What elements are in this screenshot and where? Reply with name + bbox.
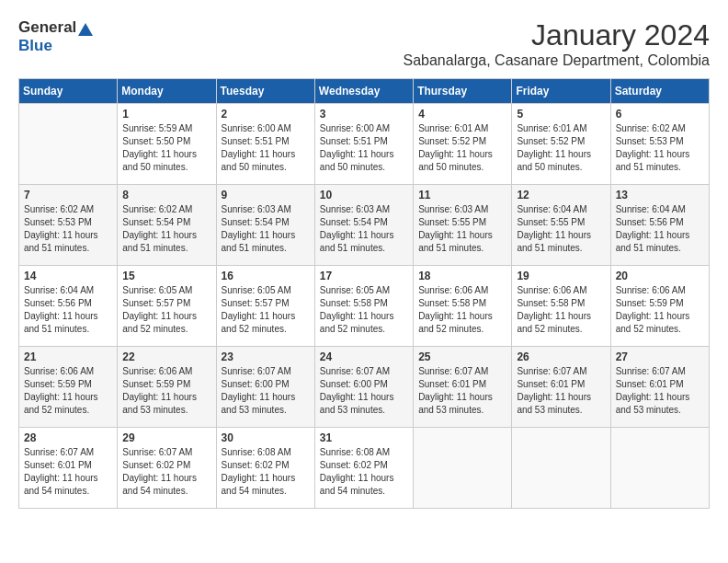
day-info: Sunrise: 6:05 AMSunset: 5:58 PMDaylight:… [320,285,394,334]
day-number: 19 [517,270,605,282]
calendar-cell: 10 Sunrise: 6:03 AMSunset: 5:54 PMDaylig… [314,185,413,266]
day-info: Sunrise: 6:02 AMSunset: 5:53 PMDaylight:… [24,204,98,253]
calendar-cell [19,104,118,185]
calendar-cell: 7 Sunrise: 6:02 AMSunset: 5:53 PMDayligh… [19,185,118,266]
day-number: 11 [418,189,506,201]
day-info: Sunrise: 6:00 AMSunset: 5:51 PMDaylight:… [222,123,296,172]
day-number: 4 [418,108,506,121]
day-number: 9 [222,189,310,201]
logo-general: General [18,18,76,36]
weekday-header-friday: Friday [512,79,610,104]
day-number: 18 [418,270,506,282]
day-number: 24 [320,350,408,363]
day-number: 21 [24,350,112,363]
subtitle: Sabanalarga, Casanare Department, Colomb… [403,52,710,69]
day-info: Sunrise: 6:06 AMSunset: 5:59 PMDaylight:… [616,285,690,334]
day-info: Sunrise: 6:07 AMSunset: 6:00 PMDaylight:… [320,366,394,415]
calendar-cell: 16 Sunrise: 6:05 AMSunset: 5:57 PMDaylig… [216,266,314,347]
day-number: 20 [616,270,704,282]
logo-triangle-icon [78,23,93,36]
day-info: Sunrise: 6:07 AMSunset: 6:00 PMDaylight:… [222,366,296,415]
day-info: Sunrise: 6:07 AMSunset: 6:01 PMDaylight:… [616,366,690,415]
day-number: 22 [122,350,210,363]
day-number: 14 [24,270,112,282]
day-info: Sunrise: 6:02 AMSunset: 5:54 PMDaylight:… [122,204,197,253]
calendar-cell: 31 Sunrise: 6:08 AMSunset: 6:02 PMDaylig… [314,428,413,509]
calendar-cell [512,428,610,509]
day-info: Sunrise: 6:01 AMSunset: 5:52 PMDaylight:… [517,123,591,172]
day-info: Sunrise: 6:07 AMSunset: 6:01 PMDaylight:… [24,447,98,496]
weekday-header-saturday: Saturday [610,79,709,104]
calendar-cell: 19 Sunrise: 6:06 AMSunset: 5:58 PMDaylig… [512,266,610,347]
day-info: Sunrise: 6:08 AMSunset: 6:02 PMDaylight:… [320,447,394,496]
calendar-cell: 28 Sunrise: 6:07 AMSunset: 6:01 PMDaylig… [19,428,118,509]
day-info: Sunrise: 6:06 AMSunset: 5:58 PMDaylight:… [517,285,591,334]
calendar-cell: 4 Sunrise: 6:01 AMSunset: 5:52 PMDayligh… [414,104,512,185]
calendar-cell: 25 Sunrise: 6:07 AMSunset: 6:01 PMDaylig… [414,347,512,428]
day-number: 5 [517,108,605,121]
month-title: January 2024 [403,18,710,52]
day-number: 31 [320,431,408,444]
calendar-cell: 24 Sunrise: 6:07 AMSunset: 6:00 PMDaylig… [314,347,413,428]
day-number: 26 [517,350,605,363]
calendar-cell: 12 Sunrise: 6:04 AMSunset: 5:55 PMDaylig… [512,185,610,266]
day-info: Sunrise: 6:08 AMSunset: 6:02 PMDaylight:… [222,447,296,496]
day-number: 16 [222,270,310,282]
day-info: Sunrise: 6:05 AMSunset: 5:57 PMDaylight:… [222,285,296,334]
day-info: Sunrise: 6:04 AMSunset: 5:56 PMDaylight:… [24,285,98,334]
calendar-cell: 27 Sunrise: 6:07 AMSunset: 6:01 PMDaylig… [610,347,709,428]
weekday-header-monday: Monday [118,79,216,104]
calendar-cell: 14 Sunrise: 6:04 AMSunset: 5:56 PMDaylig… [19,266,118,347]
calendar-cell: 17 Sunrise: 6:05 AMSunset: 5:58 PMDaylig… [314,266,413,347]
calendar-cell: 23 Sunrise: 6:07 AMSunset: 6:00 PMDaylig… [216,347,314,428]
header: General Blue January 2024 Sabanalarga, C… [18,18,710,69]
calendar-cell: 26 Sunrise: 6:07 AMSunset: 6:01 PMDaylig… [512,347,610,428]
day-info: Sunrise: 6:04 AMSunset: 5:56 PMDaylight:… [616,204,690,253]
day-info: Sunrise: 6:06 AMSunset: 5:59 PMDaylight:… [24,366,98,415]
weekday-header-wednesday: Wednesday [314,79,413,104]
weekday-header-tuesday: Tuesday [216,79,314,104]
weekday-header-sunday: Sunday [19,79,118,104]
calendar-cell: 5 Sunrise: 6:01 AMSunset: 5:52 PMDayligh… [512,104,610,185]
calendar-cell: 15 Sunrise: 6:05 AMSunset: 5:57 PMDaylig… [118,266,216,347]
day-number: 6 [616,108,704,121]
weekday-header-thursday: Thursday [414,79,512,104]
calendar-cell: 21 Sunrise: 6:06 AMSunset: 5:59 PMDaylig… [19,347,118,428]
calendar-cell: 8 Sunrise: 6:02 AMSunset: 5:54 PMDayligh… [118,185,216,266]
day-info: Sunrise: 6:06 AMSunset: 5:58 PMDaylight:… [418,285,493,334]
day-info: Sunrise: 6:03 AMSunset: 5:54 PMDaylight:… [222,204,296,253]
day-number: 3 [320,108,408,121]
day-info: Sunrise: 6:07 AMSunset: 6:01 PMDaylight:… [418,366,493,415]
day-info: Sunrise: 6:01 AMSunset: 5:52 PMDaylight:… [418,123,493,172]
day-number: 15 [122,270,210,282]
calendar-cell: 29 Sunrise: 6:07 AMSunset: 6:02 PMDaylig… [118,428,216,509]
day-info: Sunrise: 5:59 AMSunset: 5:50 PMDaylight:… [122,123,197,172]
calendar-cell: 1 Sunrise: 5:59 AMSunset: 5:50 PMDayligh… [118,104,216,185]
logo: General Blue [18,18,93,55]
day-number: 7 [24,189,112,201]
day-number: 25 [418,350,506,363]
calendar-cell: 13 Sunrise: 6:04 AMSunset: 5:56 PMDaylig… [610,185,709,266]
day-number: 8 [122,189,210,201]
day-info: Sunrise: 6:00 AMSunset: 5:51 PMDaylight:… [320,123,394,172]
day-number: 13 [616,189,704,201]
day-number: 1 [122,108,210,121]
day-number: 12 [517,189,605,201]
calendar-cell: 11 Sunrise: 6:03 AMSunset: 5:55 PMDaylig… [414,185,512,266]
day-info: Sunrise: 6:02 AMSunset: 5:53 PMDaylight:… [616,123,690,172]
day-number: 27 [616,350,704,363]
day-info: Sunrise: 6:07 AMSunset: 6:02 PMDaylight:… [122,447,197,496]
calendar-cell: 18 Sunrise: 6:06 AMSunset: 5:58 PMDaylig… [414,266,512,347]
day-info: Sunrise: 6:03 AMSunset: 5:55 PMDaylight:… [418,204,493,253]
calendar-cell: 20 Sunrise: 6:06 AMSunset: 5:59 PMDaylig… [610,266,709,347]
day-number: 30 [222,431,310,444]
calendar-cell: 6 Sunrise: 6:02 AMSunset: 5:53 PMDayligh… [610,104,709,185]
day-number: 2 [222,108,310,121]
logo-blue: Blue [18,37,52,54]
calendar-cell: 2 Sunrise: 6:00 AMSunset: 5:51 PMDayligh… [216,104,314,185]
day-info: Sunrise: 6:07 AMSunset: 6:01 PMDaylight:… [517,366,591,415]
calendar-cell: 22 Sunrise: 6:06 AMSunset: 5:59 PMDaylig… [118,347,216,428]
calendar-cell: 30 Sunrise: 6:08 AMSunset: 6:02 PMDaylig… [216,428,314,509]
calendar-cell [414,428,512,509]
calendar-cell: 3 Sunrise: 6:00 AMSunset: 5:51 PMDayligh… [314,104,413,185]
